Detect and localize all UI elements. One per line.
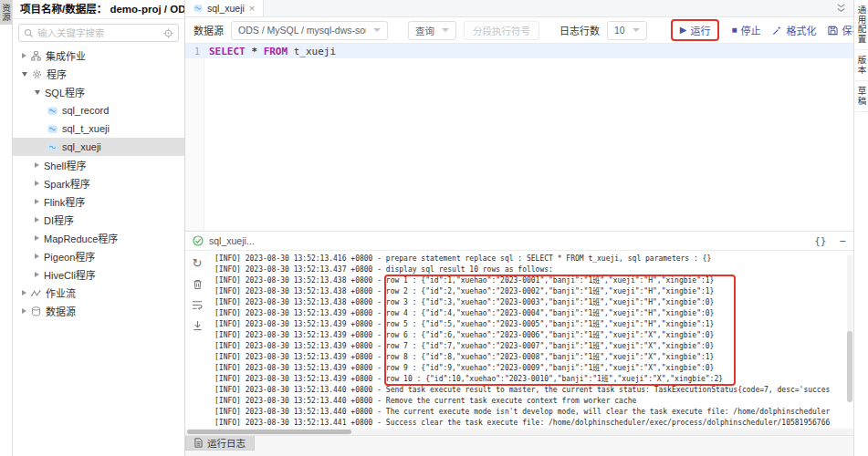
- sidebar-item-pigeon-programs[interactable]: Pigeon程序: [13, 247, 184, 265]
- sidebar-item-hivecli-programs[interactable]: HiveCli程序: [13, 265, 184, 284]
- bottom-tab-label: 运行日志: [207, 436, 246, 450]
- sidebar-item-di-programs[interactable]: DI程序: [13, 211, 184, 229]
- chevron-right-icon: [22, 308, 26, 314]
- editor-toolbar: 数据源 ODS / MySQL / mysql-dws-source 查询 分段…: [185, 17, 853, 44]
- datasource-label: 数据源: [193, 23, 224, 37]
- refresh-icon[interactable]: ↻: [193, 257, 203, 269]
- tab-run-log[interactable]: 运行日志: [185, 436, 255, 451]
- locate-icon[interactable]: [163, 28, 173, 38]
- log-rows-value: 10: [614, 25, 625, 36]
- close-icon[interactable]: ×: [249, 4, 255, 14]
- sidebar-item-mapreduce-programs[interactable]: MapReduce程序: [13, 229, 184, 247]
- play-icon: ▶: [680, 26, 687, 35]
- sidebar-item-shell-programs[interactable]: Shell程序: [13, 156, 184, 174]
- annotation-run-highlight: ▶ 运行: [671, 19, 720, 41]
- success-check-icon: [193, 235, 204, 246]
- scrollbar-thumb[interactable]: [847, 331, 852, 402]
- sidebar-item-sql-record[interactable]: sql_record: [13, 101, 184, 119]
- tree-label: 程序: [47, 67, 67, 81]
- sidebar-item-spark-programs[interactable]: Spark程序: [13, 174, 184, 192]
- tree-label: 作业流: [46, 285, 76, 300]
- sql-keyword: FROM: [264, 46, 288, 57]
- search-icon: [24, 28, 34, 38]
- log-line: [INFO] 2023-08-30 13:52:13.416 +0800 - p…: [214, 254, 853, 264]
- editor-tabbar: sql_xueji ×: [185, 0, 853, 17]
- sidebar-item-workflows[interactable]: 作业流: [13, 284, 184, 302]
- tree-label: Shell程序: [44, 158, 86, 172]
- trash-icon[interactable]: [193, 279, 203, 290]
- tree-label: sql_t_xueji: [62, 123, 110, 134]
- chevron-down-icon: [22, 72, 27, 77]
- tab-title: sql_xueji: [207, 3, 245, 14]
- space: [257, 46, 264, 57]
- bottom-tabbar: 运行日志: [185, 435, 853, 456]
- tree-label: Spark程序: [44, 176, 90, 191]
- datasource-select[interactable]: ODS / MySQL / mysql-dws-source: [231, 21, 388, 40]
- rail-item-versions[interactable]: 版本: [855, 50, 868, 81]
- sidebar-item-sql-t-xueji[interactable]: sql_t_xueji: [13, 119, 184, 138]
- sidebar-item-flink-programs[interactable]: Flink程序: [13, 192, 184, 211]
- chevron-right-icon: [22, 290, 26, 295]
- right-rail: 通用配置 版本 草稿: [853, 0, 868, 456]
- panel-header-actions: {} −: [814, 235, 846, 247]
- minimize-icon[interactable]: −: [839, 235, 846, 247]
- app-window: 资源 项目名称/数据层： demo-proj / ODS 集成作业: [0, 0, 868, 456]
- line-number: 1: [185, 47, 204, 57]
- editor-active-line: 1 SELECT * FROM t_xueji: [185, 44, 853, 58]
- wrap-lines-icon[interactable]: [192, 300, 203, 310]
- query-select[interactable]: 查询: [408, 21, 456, 40]
- stop-button[interactable]: ■ 停止: [731, 23, 760, 37]
- project-tree: 集成作业 程序 SQL程序 sql_record: [13, 46, 184, 456]
- tab-sql-xueji[interactable]: sql_xueji ×: [185, 0, 264, 16]
- chevron-down-icon: [442, 28, 449, 32]
- download-icon[interactable]: [193, 320, 203, 331]
- sidebar-item-sql-programs[interactable]: SQL程序: [13, 83, 184, 101]
- segment-execute-button[interactable]: 分段执行符号: [464, 21, 539, 40]
- chevron-right-icon: [35, 254, 39, 259]
- toolbar-actions: ▶ 运行 ■ 停止 格式化: [671, 19, 868, 41]
- sql-editor[interactable]: 1 SELECT * FROM t_xueji: [185, 44, 853, 231]
- sql-file-icon: [47, 106, 58, 116]
- sidebar-item-datasources[interactable]: 数据源: [13, 302, 184, 320]
- rail-item-drafts[interactable]: 草稿: [855, 81, 868, 112]
- format-button[interactable]: 格式化: [772, 23, 816, 37]
- rail-item-general-config[interactable]: 通用配置: [855, 0, 868, 50]
- log-rows-select[interactable]: 10: [607, 21, 647, 40]
- run-label: 运行: [690, 23, 710, 37]
- sidebar: 项目名称/数据层： demo-proj / ODS 集成作业: [13, 0, 185, 456]
- chevron-right-icon: [35, 181, 39, 186]
- chevron-right-icon: [22, 53, 26, 58]
- chevron-down-icon: [373, 28, 381, 32]
- log-line: [INFO] 2023-08-30 13:52:13.439 +0800 - r…: [214, 374, 853, 385]
- log-line: [INFO] 2023-08-30 13:52:13.439 +0800 - r…: [214, 308, 853, 319]
- tree-label: HiveCli程序: [44, 267, 96, 282]
- workflow-icon: [31, 288, 41, 298]
- tree-label: MapReduce程序: [44, 231, 118, 245]
- log-line: [INFO] 2023-08-30 13:52:13.438 +0800 - r…: [214, 275, 853, 286]
- collapse-chevrons-icon[interactable]: [836, 3, 846, 14]
- run-button[interactable]: ▶ 运行: [680, 23, 711, 37]
- log-line: [INFO] 2023-08-30 13:52:13.440 +0800 - S…: [214, 385, 853, 396]
- chevron-right-icon: [35, 217, 39, 223]
- sql-file-icon: [193, 4, 203, 13]
- tree-label: Pigeon程序: [44, 249, 95, 264]
- log-output[interactable]: [INFO] 2023-08-30 13:52:13.416 +0800 - p…: [209, 251, 853, 429]
- sidebar-item-programs[interactable]: 程序: [13, 65, 184, 83]
- braces-icon[interactable]: {}: [814, 235, 826, 247]
- log-line: [INFO] 2023-08-30 13:52:13.439 +0800 - r…: [214, 363, 853, 374]
- tree-label: Flink程序: [44, 194, 85, 209]
- log-horizontal-scrollbar: [185, 429, 853, 435]
- sidebar-item-sql-xueji[interactable]: sql_xueji: [13, 138, 184, 156]
- sidebar-item-integration-jobs[interactable]: 集成作业: [13, 47, 184, 65]
- project-title: 项目名称/数据层： demo-proj / ODS: [13, 0, 184, 19]
- log-line: [INFO] 2023-08-30 13:52:13.438 +0800 - r…: [214, 286, 853, 297]
- stop-label: 停止: [740, 23, 760, 37]
- scrollbar-thumb[interactable]: [187, 430, 351, 434]
- log-line: [INFO] 2023-08-30 13:52:13.440 +0800 - T…: [214, 407, 853, 418]
- log-tab-title[interactable]: sql_xueji...: [209, 235, 255, 246]
- integration-icon: [31, 51, 41, 61]
- log-line: [INFO] 2023-08-30 13:52:13.439 +0800 - r…: [214, 341, 853, 352]
- rail-item-resources[interactable]: 资源: [0, 0, 12, 25]
- chevron-right-icon: [35, 235, 39, 241]
- search-input[interactable]: [37, 27, 160, 38]
